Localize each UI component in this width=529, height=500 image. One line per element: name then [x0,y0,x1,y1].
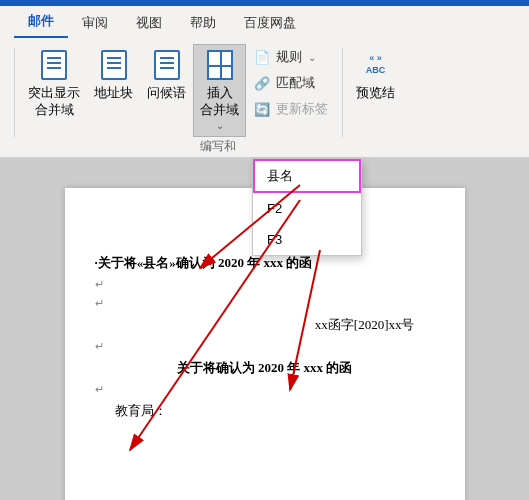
label: 预览结 [356,85,395,102]
rules-button[interactable]: 📄 规则 ⌄ [250,46,332,68]
chevron-down-icon: ⌄ [216,119,224,132]
address-block-button[interactable]: 地址块 [87,44,140,107]
document-icon [38,49,70,81]
update-icon: 🔄 [254,102,270,117]
preview-results-button[interactable]: « »ABC 预览结 [349,44,402,107]
label: 问候语 [147,85,186,102]
greeting-line-button[interactable]: 问候语 [140,44,193,107]
doc-salutation[interactable]: 教育局： [95,402,435,420]
highlight-merge-fields-button[interactable]: 突出显示 合并域 [21,44,87,124]
separator [342,48,343,137]
update-labels-button: 🔄 更新标签 [250,98,332,120]
menu-item-f3[interactable]: F3 [253,224,361,255]
small-column: 📄 规则 ⌄ 🔗 匹配域 🔄 更新标签 [246,44,336,122]
label: 匹配域 [276,74,315,92]
tab-help[interactable]: 帮助 [176,8,230,38]
ribbon: 突出显示 合并域 地址块 问候语 插入 合并域 ⌄ 📄 规则 ⌄ 🔗 匹配域 [0,38,529,158]
separator [14,48,15,137]
label: 插入 合并域 [200,85,239,119]
tab-review[interactable]: 审阅 [68,8,122,38]
match-icon: 🔗 [254,76,270,91]
group-preview: « »ABC 预览结 [349,44,402,155]
document-icon [98,49,130,81]
return-mark: ↵ [95,297,435,310]
return-mark: ↵ [95,340,435,353]
abc-text: ABC [366,65,386,77]
label: 更新标签 [276,100,328,118]
tab-view[interactable]: 视图 [122,8,176,38]
tab-baidu[interactable]: 百度网盘 [230,8,310,38]
doc-heading-with-field[interactable]: ·关于将«县名»确认为 2020 年 xxx 的函 [95,254,435,272]
group-label: 编写和 [200,138,236,155]
group-write-insert: 突出显示 合并域 地址块 问候语 插入 合并域 ⌄ 📄 规则 ⌄ 🔗 匹配域 [21,44,336,155]
match-fields-button[interactable]: 🔗 匹配域 [250,72,332,94]
return-mark: ↵ [95,383,435,396]
label: 地址块 [94,85,133,102]
doc-title[interactable]: 关于将确认为 2020 年 xxx 的函 [95,359,435,377]
abc-icon: « »ABC [360,49,392,81]
grid-icon [204,49,236,81]
insert-merge-field-button[interactable]: 插入 合并域 ⌄ [193,44,246,137]
rules-icon: 📄 [254,50,270,65]
chevron-down-icon: ⌄ [308,52,316,63]
insert-merge-field-menu: 县名 F2 F3 [252,158,362,256]
return-mark: ↵ [95,278,435,291]
document-icon [151,49,183,81]
menu-item-f2[interactable]: F2 [253,193,361,224]
ribbon-tabs: 邮件 审阅 视图 帮助 百度网盘 [0,6,529,38]
doc-reference[interactable]: xx函字[2020]xx号 [95,316,435,334]
label: 突出显示 合并域 [28,85,80,119]
tab-mail[interactable]: 邮件 [14,6,68,38]
menu-item-county[interactable]: 县名 [253,159,361,193]
label: 规则 [276,48,302,66]
